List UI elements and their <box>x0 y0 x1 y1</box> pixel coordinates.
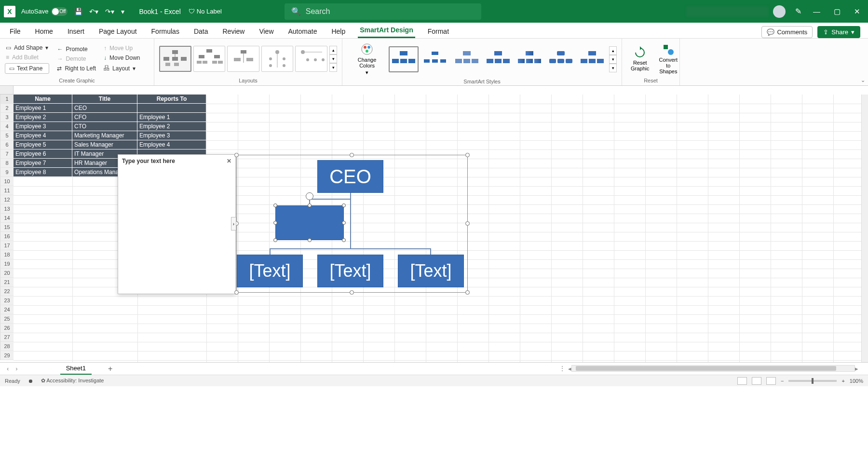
sensitivity-label[interactable]: 🛡 No Label <box>189 8 222 15</box>
styles-scroll-up[interactable]: ▴ <box>609 46 617 55</box>
table-cell[interactable]: Employee 4 <box>137 140 206 149</box>
qat-customize-icon[interactable]: ▾ <box>121 8 124 15</box>
tab-home[interactable]: Home <box>33 25 55 38</box>
tab-review[interactable]: Review <box>221 25 247 38</box>
table-cell[interactable]: CEO <box>72 104 137 113</box>
tab-format[interactable]: Format <box>426 25 451 38</box>
tab-formulas[interactable]: Formulas <box>149 25 181 38</box>
row-header[interactable]: 10 <box>0 177 14 186</box>
row-header[interactable]: 24 <box>0 305 14 314</box>
resize-handle[interactable] <box>273 221 277 225</box>
style-option-5[interactable] <box>515 46 544 72</box>
table-cell[interactable]: Employee 5 <box>14 140 72 149</box>
layouts-more[interactable]: ▾ <box>329 63 337 72</box>
tab-smartart-design[interactable]: SmartArt Design <box>358 23 415 38</box>
row-header[interactable]: 19 <box>0 259 14 269</box>
tab-insert[interactable]: Insert <box>66 25 86 38</box>
resize-handle[interactable] <box>234 290 239 295</box>
account-avatar[interactable] <box>773 5 786 18</box>
add-sheet-button[interactable]: + <box>108 365 112 373</box>
row-header[interactable]: 7 <box>0 149 14 159</box>
row-header[interactable]: 15 <box>0 223 14 232</box>
text-pane-toggle[interactable]: › <box>231 217 236 230</box>
table-cell[interactable]: Employee 6 <box>14 149 72 159</box>
row-header[interactable]: 20 <box>0 269 14 278</box>
row-header[interactable]: 16 <box>0 232 14 241</box>
row-header[interactable]: 2 <box>0 104 14 113</box>
row-header[interactable]: 11 <box>0 186 14 195</box>
row-header[interactable]: 22 <box>0 287 14 296</box>
row-header[interactable]: 6 <box>0 140 14 149</box>
tab-data[interactable]: Data <box>192 25 210 38</box>
resize-handle[interactable] <box>273 203 277 207</box>
tab-options-icon[interactable]: ⋮ <box>559 365 565 372</box>
hscroll-left[interactable]: ◂ <box>568 365 571 372</box>
table-header-cell[interactable]: Title <box>72 95 137 104</box>
row-header[interactable]: 12 <box>0 195 14 204</box>
tab-page-layout[interactable]: Page Layout <box>97 25 139 38</box>
undo-icon[interactable]: ↶▾ <box>89 8 98 15</box>
table-cell[interactable]: Employee 1 <box>14 104 72 113</box>
table-header-cell[interactable]: Name <box>14 95 72 104</box>
layout-option-2[interactable] <box>193 46 226 72</box>
search-box[interactable]: 🔍 Search <box>285 3 481 20</box>
row-header[interactable]: 26 <box>0 324 14 333</box>
zoom-in-button[interactable]: + <box>841 378 844 384</box>
smartart-node[interactable]: [Text] <box>317 255 383 287</box>
style-option-7[interactable] <box>578 46 607 72</box>
resize-handle[interactable] <box>234 153 239 157</box>
row-header[interactable]: 29 <box>0 351 14 360</box>
resize-handle[interactable] <box>465 153 470 157</box>
macro-record-icon[interactable]: ⏺ <box>28 378 33 384</box>
styles-more[interactable]: ▾ <box>609 64 617 72</box>
account-name[interactable] <box>686 6 768 17</box>
resize-handle[interactable] <box>342 238 346 242</box>
resize-handle[interactable] <box>465 221 470 226</box>
layout-option-5[interactable] <box>295 46 327 72</box>
right-to-left-button[interactable]: ⇄Right to Left <box>56 65 97 72</box>
minimize-button[interactable]: — <box>813 7 820 16</box>
move-down-button[interactable]: ↓Move Down <box>103 54 141 62</box>
row-header[interactable]: 23 <box>0 296 14 305</box>
zoom-slider[interactable] <box>788 380 837 382</box>
chevron-down-icon[interactable]: ▾ <box>45 44 48 51</box>
autosave-toggle[interactable]: AutoSave Off <box>21 7 68 16</box>
smartart-text-pane[interactable]: Type your text here ✕ <box>118 154 236 294</box>
row-header[interactable]: 9 <box>0 168 14 177</box>
sheet-nav-prev[interactable]: ‹ <box>7 365 9 372</box>
worksheet-grid[interactable]: 1234567891011121314151617181920212223242… <box>0 86 868 362</box>
promote-button[interactable]: ←Promote <box>56 45 97 53</box>
table-cell[interactable]: CFO <box>72 113 137 122</box>
zoom-out-button[interactable]: − <box>781 378 784 384</box>
vertical-scrollbar[interactable] <box>861 95 868 362</box>
reset-graphic-button[interactable]: Reset Graphic <box>627 44 653 73</box>
select-all-corner[interactable] <box>0 86 14 95</box>
tab-view[interactable]: View <box>257 25 275 38</box>
layout-option-1[interactable] <box>159 46 191 72</box>
collapse-ribbon-button[interactable]: ⌄ <box>861 77 865 83</box>
hscroll-right[interactable]: ▸ <box>855 365 858 372</box>
row-header[interactable]: 25 <box>0 314 14 324</box>
row-header[interactable]: 21 <box>0 278 14 287</box>
change-colors-button[interactable]: Change Colors▾ <box>347 41 387 78</box>
table-cell[interactable]: Sales Manager <box>72 140 137 149</box>
row-header[interactable]: 13 <box>0 204 14 214</box>
convert-to-shapes-button[interactable]: Convert to Shapes <box>655 41 682 76</box>
sheet-nav-next[interactable]: › <box>15 365 17 372</box>
styles-scroll-down[interactable]: ▾ <box>609 55 617 64</box>
row-header[interactable]: 28 <box>0 342 14 351</box>
table-header-cell[interactable]: Reports To <box>137 95 206 104</box>
row-header[interactable]: 1 <box>0 95 14 104</box>
row-header[interactable]: 5 <box>0 131 14 140</box>
resize-handle[interactable] <box>273 238 277 242</box>
style-option-3[interactable] <box>452 46 481 72</box>
horizontal-scrollbar[interactable] <box>571 365 855 372</box>
row-header[interactable]: 3 <box>0 113 14 122</box>
view-page-layout-button[interactable] <box>752 377 761 385</box>
smartart-node-ceo[interactable]: CEO <box>317 160 383 193</box>
layouts-scroll-up[interactable]: ▴ <box>329 46 337 54</box>
row-header[interactable]: 4 <box>0 122 14 131</box>
tab-automate[interactable]: Automate <box>286 25 319 38</box>
view-page-break-button[interactable] <box>766 377 776 385</box>
row-header[interactable]: 27 <box>0 333 14 342</box>
